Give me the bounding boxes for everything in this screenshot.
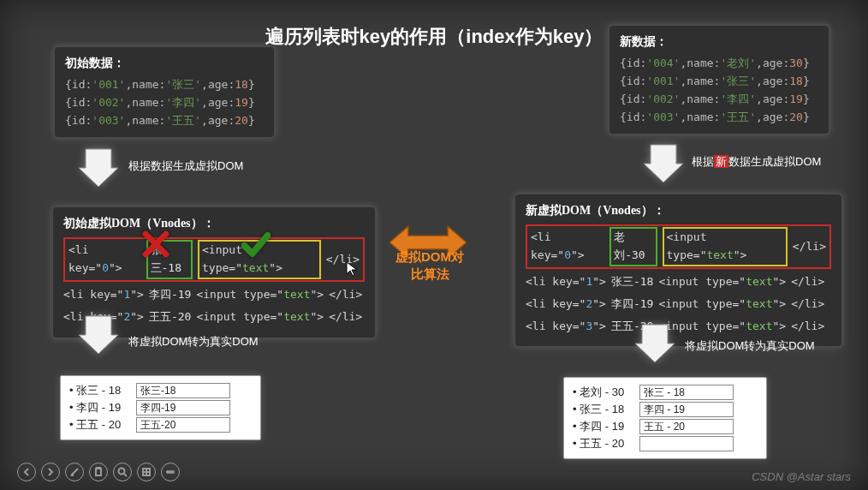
list-item-label: • 张三 - 18 [69,383,131,398]
svg-point-4 [169,471,171,473]
diagram-stage: 遍历列表时key的作用（index作为key） 初始数据： {id:'001',… [0,0,868,490]
diff-algorithm-label: 虚拟DOM对比算法 [395,248,464,282]
real-dom-item: • 李四 - 19 [573,419,758,434]
list-item-label: • 李四 - 19 [573,419,634,434]
svg-point-1 [119,469,125,475]
step2-label-right: 将虚拟DOM转为真实DOM [685,338,815,354]
list-item-input[interactable] [639,402,734,417]
data-object-line: {id:'004',name:'老刘',age:30} [620,55,818,73]
step2-label-left: 将虚拟DOM转为真实DOM [128,334,259,350]
initial-vnodes-title: 初始虚拟DOM（Vnodes）： [63,214,365,233]
mouse-cursor-icon [346,261,358,277]
arrow-down-icon [77,313,120,356]
list-item-label: • 王五 - 20 [573,436,634,451]
pen-button[interactable] [65,463,84,481]
data-object-line: {id:'001',name:'张三',age:18} [65,76,264,94]
list-item-input[interactable] [136,400,230,415]
watermark: CSDN @Astar stars [752,470,851,483]
real-dom-item: • 张三 - 18 [573,402,758,417]
data-object-line: {id:'003',name:'王五',age:20} [65,112,264,130]
next-button[interactable] [41,463,60,481]
list-item-input[interactable] [639,385,734,400]
grid-button[interactable] [137,463,156,481]
list-item-input[interactable] [136,383,230,398]
list-item-input[interactable] [639,419,734,434]
vnode-line: <li key="0"> 老刘-30 <input type="text"> <… [526,224,831,269]
data-object-line: {id:'002',name:'李四',age:19} [620,91,818,109]
clipboard-button[interactable] [89,463,108,481]
panel-initial-data: 初始数据： {id:'001',name:'张三',age:18}{id:'00… [53,45,276,139]
presentation-toolbar [17,463,180,481]
arrow-down-icon [642,141,685,184]
real-dom-item: • 李四 - 19 [69,400,252,415]
svg-point-3 [167,471,169,473]
list-item-label: • 李四 - 19 [69,400,131,415]
vnode-line: <li key="1"> 李四-19 <input type="text"> <… [63,286,365,304]
step1-label-left: 根据数据生成虚拟DOM [128,158,243,174]
real-dom-item: • 老刘 - 30 [573,385,758,400]
list-item-label: • 老刘 - 30 [573,385,634,400]
list-item-label: • 王五 - 20 [69,417,131,433]
vnode-line: <li key="0"> 张三-18 <input type="text"> <… [63,237,365,282]
svg-point-5 [172,471,174,473]
initial-data-title: 初始数据： [65,54,264,73]
svg-rect-0 [96,469,101,475]
new-vnodes-title: 新虚拟DOM（Vnodes）： [526,201,831,220]
real-dom-item: • 张三 - 18 [69,383,252,398]
data-object-line: {id:'003',name:'王五',age:20} [620,109,818,127]
arrow-down-icon [77,146,120,188]
list-item-input[interactable] [136,417,230,433]
panel-real-dom-left: • 张三 - 18• 李四 - 19• 王五 - 20 [60,375,261,440]
real-dom-item: • 王五 - 20 [573,436,758,451]
list-item-input[interactable] [639,436,734,451]
real-dom-item: • 王五 - 20 [69,417,252,433]
panel-new-vnodes: 新虚拟DOM（Vnodes）： <li key="0"> 老刘-30 <inpu… [514,193,843,348]
data-object-line: {id:'002',name:'李四',age:19} [65,94,264,112]
panel-real-dom-right: • 老刘 - 30• 张三 - 18• 李四 - 19• 王五 - 20 [563,377,767,459]
data-object-line: {id:'001',name:'张三',age:18} [620,73,818,91]
vnode-line: <li key="1"> 张三-18 <input type="text"> <… [526,273,831,291]
arrow-down-icon [633,321,676,364]
new-data-title: 新数据： [620,33,818,51]
zoom-button[interactable] [113,463,132,481]
more-button[interactable] [161,463,180,481]
vnode-line: <li key="3"> 王五-20 <input type="text"> <… [526,318,831,336]
step1-label-right: 根据新数据生成虚拟DOM [692,154,821,170]
prev-button[interactable] [17,463,36,481]
list-item-label: • 张三 - 18 [573,402,634,417]
vnode-line: <li key="2"> 李四-19 <input type="text"> <… [526,296,831,314]
panel-new-data: 新数据： {id:'004',name:'老刘',age:30}{id:'001… [608,24,830,135]
